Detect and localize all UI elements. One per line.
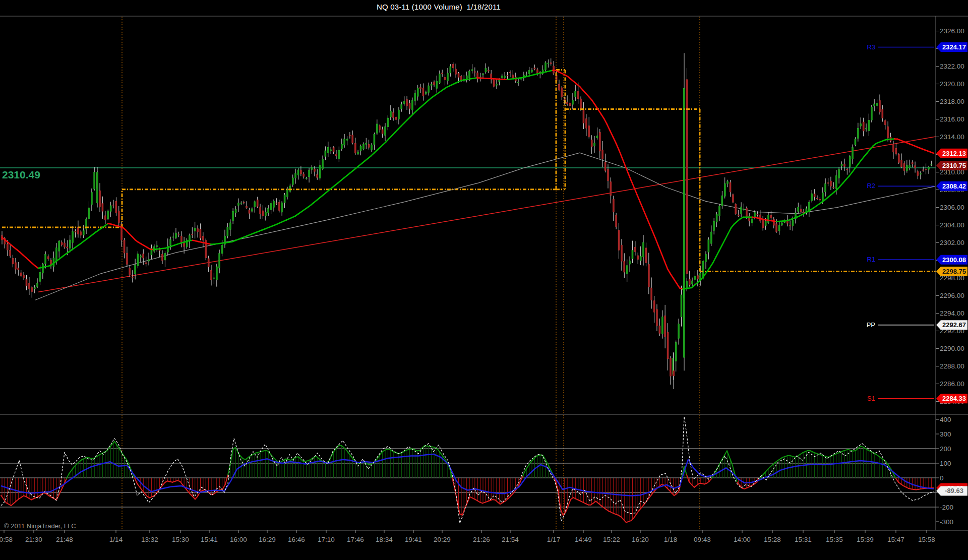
- candle-down: [613, 199, 614, 212]
- price-panel[interactable]: [0, 53, 937, 389]
- candle-up: [254, 202, 256, 207]
- candle-down: [618, 230, 620, 251]
- pressure-outline: [624, 520, 626, 522]
- candle-up: [632, 250, 633, 259]
- price-axis[interactable]: 2326.002324.002322.002320.002318.002316.…: [936, 27, 967, 525]
- price-tick-label: 2314.00: [940, 133, 964, 141]
- time-tick-label: 15:41: [201, 536, 218, 543]
- candle-up: [172, 237, 174, 237]
- candle-up: [431, 84, 432, 85]
- candle-up: [286, 190, 288, 197]
- candle-down: [47, 257, 49, 259]
- candle-down: [493, 80, 495, 87]
- candle-up: [681, 295, 682, 317]
- time-tick-label: 16:20: [632, 536, 649, 543]
- candle-up: [319, 165, 321, 178]
- indicator-tick-label: 300: [940, 430, 951, 438]
- candle-up: [268, 209, 269, 213]
- candle-down: [488, 70, 489, 71]
- ema-line-segment: [601, 114, 604, 118]
- time-tick-label: 21:26: [473, 536, 490, 543]
- candle-up: [640, 257, 641, 261]
- candle-up: [781, 223, 782, 225]
- candle-up: [387, 118, 389, 127]
- pressure-outline: [59, 489, 62, 494]
- candle-up: [58, 241, 60, 252]
- candle-up: [661, 317, 663, 334]
- chart-canvas[interactable]: R3R2R1PPS1 2326.002324.002322.002320.002…: [0, 0, 968, 560]
- candle-down: [352, 135, 353, 143]
- candle-up: [825, 184, 826, 192]
- time-tick-label: 15:35: [826, 536, 843, 543]
- candle-down: [621, 245, 622, 261]
- candle-up: [270, 204, 272, 210]
- ema-line-segment: [671, 274, 674, 279]
- ema-line-segment: [586, 93, 589, 97]
- time-tick-label: 1/14: [109, 536, 123, 543]
- candle-down: [892, 144, 894, 152]
- candle-up: [496, 84, 497, 85]
- candle-up: [170, 239, 171, 245]
- pressure-outline: [137, 484, 140, 487]
- candle-down: [379, 126, 381, 130]
- ema-line-segment: [643, 210, 646, 217]
- candle-up: [838, 169, 840, 178]
- time-tick-label: 15:58: [918, 536, 935, 543]
- candle-down: [616, 215, 617, 227]
- candle-up: [213, 278, 215, 278]
- candle-up: [164, 254, 166, 260]
- candle-down: [99, 191, 101, 207]
- ema-line-segment: [589, 97, 592, 100]
- candle-down: [561, 88, 563, 97]
- candle-down: [208, 259, 209, 267]
- price-tag-label: -89.63: [945, 487, 963, 494]
- candle-up: [311, 167, 313, 169]
- time-axis[interactable]: 20:5821:3021:481/1413:3215:3015:4116:001…: [0, 530, 935, 543]
- candle-down: [64, 243, 65, 247]
- candle-up: [362, 144, 364, 149]
- time-tick-label: 1/17: [547, 536, 560, 543]
- candle-down: [735, 204, 737, 214]
- candle-down: [645, 248, 647, 263]
- candle-up: [798, 207, 799, 212]
- candle-up: [705, 255, 707, 262]
- candle-down: [126, 253, 128, 264]
- ema-line-segment: [704, 272, 707, 276]
- indicator-panel[interactable]: [0, 416, 936, 523]
- candle-up: [765, 221, 766, 226]
- ema-line-segment: [843, 179, 846, 183]
- candle-up: [849, 156, 851, 166]
- price-tick-label: 2306.00: [940, 204, 964, 211]
- price-tag-label: 2308.42: [942, 182, 966, 190]
- candle-down: [884, 120, 886, 125]
- price-tick-label: 2288.00: [940, 362, 964, 370]
- candle-down: [819, 199, 821, 200]
- candle-down: [770, 215, 772, 218]
- pressure-outline: [508, 496, 510, 499]
- candle-up: [692, 281, 693, 284]
- candle-down: [746, 208, 747, 217]
- candle-down: [349, 135, 350, 136]
- candle-down: [474, 72, 475, 73]
- candle-up: [920, 173, 921, 174]
- candle-down: [730, 182, 731, 192]
- candle-down: [887, 127, 889, 138]
- candle-down: [915, 166, 916, 168]
- candle-down: [588, 126, 590, 137]
- time-tick-label: 15:30: [172, 536, 189, 543]
- candle-up: [531, 70, 533, 72]
- price-tag-label: 2300.08: [942, 256, 966, 264]
- candle-up: [330, 150, 332, 151]
- ema-line-segment: [725, 234, 728, 240]
- price-tick-label: 2318.00: [940, 98, 964, 105]
- pressure-outline: [298, 457, 301, 459]
- ema-line-segment: [616, 144, 619, 151]
- price-tick-label: 2290.00: [940, 345, 964, 352]
- candle-down: [689, 279, 690, 285]
- candle-down: [112, 205, 114, 205]
- candle-down: [192, 234, 193, 235]
- candle-down: [23, 275, 25, 278]
- candle-down: [159, 250, 160, 251]
- indicator-tick-label: 0: [940, 474, 944, 482]
- pressure-outline: [641, 505, 644, 508]
